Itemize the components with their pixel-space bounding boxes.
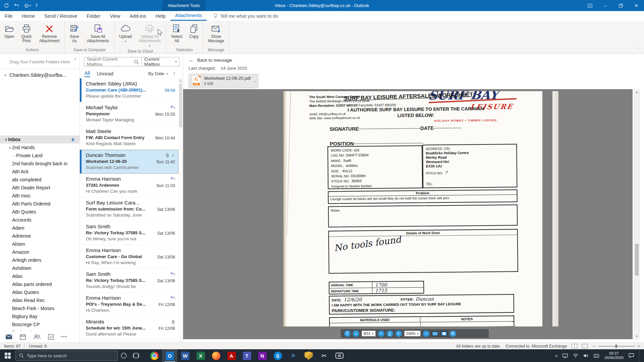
taskbar-app-defender[interactable] <box>301 349 316 362</box>
ribbon-display-options-icon[interactable] <box>582 0 598 11</box>
customize-qat-icon[interactable]: ▾ <box>36 4 37 7</box>
last-page-button[interactable]: ▼ <box>387 330 393 337</box>
show-message-button[interactable]: Show Message <box>205 22 227 44</box>
account-root[interactable]: ∨ Charleen.Sibley@surfba... <box>0 69 79 80</box>
ribbon-tab-help[interactable]: Help <box>151 11 170 21</box>
sidebar-folder-beach-park-moses[interactable]: Beach Park - Moses <box>0 304 79 312</box>
zoom-in-button[interactable]: + <box>395 330 402 337</box>
sidebar-folder-inbox[interactable]: ∨Inbox6 <box>0 135 79 143</box>
volume-tray-icon[interactable] <box>583 354 589 358</box>
sidebar-folder-abi-completed[interactable]: abi completed <box>0 176 79 184</box>
sidebar-folder-2nd-hands[interactable]: ∨2nd Hands <box>0 143 79 152</box>
email-item[interactable]: MirandaSchedule for w/c 15th June...Good… <box>80 316 178 340</box>
first-page-button[interactable]: ▲ <box>344 330 351 337</box>
minimize-button[interactable]: – <box>598 0 613 11</box>
sort-direction-icon[interactable]: ↑ <box>173 71 175 76</box>
back-to-message[interactable]: ← Back to message <box>183 54 644 63</box>
sidebar-folder-private-land[interactable]: ›Private Land <box>0 152 79 160</box>
remove-attachment-button[interactable]: Remove Attachment <box>36 22 63 44</box>
previous-page-button[interactable]: ▲ <box>353 330 359 337</box>
email-item[interactable]: Charleen Sibley (JIRA)Customer Care (ABI… <box>80 78 178 102</box>
fit-page-button[interactable] <box>441 331 447 336</box>
ribbon-tab-add-ins[interactable]: Add-ins <box>125 11 151 21</box>
taskbar-app-excel[interactable]: X <box>193 349 208 362</box>
taskbar-app-acrobat[interactable]: A <box>224 349 239 362</box>
reading-view-button[interactable] <box>582 344 588 348</box>
tell-me-box[interactable]: Tell me what you want to do <box>207 11 278 21</box>
save-all-attachments-button[interactable]: Save All Attachments <box>83 22 113 44</box>
page-number-box[interactable]: 8/11▾ <box>362 330 376 337</box>
quick-print-button[interactable]: Quick Print <box>17 22 36 44</box>
taskbar-app-snip[interactable]: ✂ <box>316 349 332 362</box>
preview-scrollbar[interactable]: ▲ ▼ <box>634 89 640 339</box>
zoom-level-box[interactable]: 100%▾ <box>404 330 421 337</box>
undo-icon[interactable] <box>14 3 19 8</box>
chevron-down-icon[interactable]: ∨ <box>3 73 7 77</box>
taskbar-app-skype[interactable]: S <box>270 349 285 362</box>
chevron-right-icon[interactable]: › <box>12 154 16 158</box>
sidebar-folder-adam[interactable]: Adam <box>0 224 79 232</box>
context-tab-attachment-tools[interactable]: Attachment Tools <box>162 0 205 11</box>
ribbon-tab-send-receive[interactable]: Send / Receive <box>40 11 82 21</box>
sidebar-folder-boscrege-cp[interactable]: Boscrege CP <box>0 320 79 328</box>
attachment-options-icon[interactable]: ⌄ <box>254 79 256 83</box>
sidebar-folder-abi-dealer-report[interactable]: ABI Dealer Report <box>0 184 79 192</box>
sidebar-folder-abi-ack[interactable]: ABI Ack <box>0 168 79 176</box>
sidebar-folder-ashdown[interactable]: Ashdown <box>0 264 79 272</box>
people-module-icon[interactable] <box>33 334 41 340</box>
taskbar-app-onenote[interactable]: N <box>255 349 270 362</box>
notification-center-icon[interactable] <box>629 353 634 358</box>
scrollbar-thumb[interactable] <box>179 84 182 127</box>
ribbon-tab-attachments[interactable]: Attachments <box>170 11 207 21</box>
search-scope-dropdown[interactable]: Current Mailbox ▾ <box>142 57 179 66</box>
email-list-scrollbar[interactable]: ▲ <box>178 78 183 343</box>
chevron-down-icon[interactable]: ∨ <box>8 145 12 150</box>
sidebar-folder-atlas-quotes[interactable]: Atlas Quotes <box>0 288 79 296</box>
select-all-button[interactable]: Select All <box>167 22 186 44</box>
sidebar-folder-atlas-read-rec[interactable]: Atlas Read Rec <box>0 296 79 304</box>
sidebar-folder-2nd-hands-brought-back-in[interactable]: 2nd hands brought back in <box>0 160 79 168</box>
zoom-out-icon[interactable]: ─ <box>592 344 595 349</box>
sidebar-folder-amazon[interactable]: Amazon <box>0 248 79 256</box>
filter-unread-tab[interactable]: Unread <box>97 71 113 76</box>
zoom-slider-thumb[interactable] <box>615 345 617 348</box>
email-item[interactable]: Emma HarrisonCustomer Care - Go GlobalHi… <box>80 245 178 269</box>
find-button[interactable] <box>450 330 456 337</box>
email-item[interactable]: Surf Bay Leisure Cara...Form submission … <box>80 197 178 221</box>
ribbon-tab-folder[interactable]: Folder <box>82 11 105 21</box>
scroll-up-icon[interactable]: ▲ <box>178 78 183 83</box>
email-item[interactable]: Duncan ThomsonWorksheet 12-06-20Scanned … <box>80 150 178 174</box>
keyboard-tray-icon[interactable] <box>594 354 599 358</box>
email-item[interactable]: Sam SmithRe: Victory Torbay 37585 S...Oh… <box>80 221 178 245</box>
taskbar-app-edge[interactable]: > <box>285 349 301 362</box>
touch-mode-icon[interactable]: ▾ <box>24 3 31 8</box>
start-button[interactable] <box>0 349 15 362</box>
sidebar-folder-alston[interactable]: Alston <box>0 240 79 248</box>
taskbar-app-firefox[interactable] <box>208 349 224 362</box>
ribbon-tab-view[interactable]: View <box>105 11 125 21</box>
display-tray-icon[interactable] <box>562 354 568 358</box>
collapse-ribbon-icon[interactable]: ⌃ <box>636 47 639 51</box>
fit-width-button[interactable] <box>432 331 438 336</box>
zoom-in-icon[interactable]: + <box>638 344 640 349</box>
upload-button[interactable]: Upload ▾ <box>116 22 135 45</box>
mail-module-icon[interactable] <box>5 334 12 340</box>
sidebar-folder-bigbury-bay[interactable]: Bigbury Bay <box>0 312 79 320</box>
email-item[interactable]: Sam SmithRe: Victory Torbay 37585 S...So… <box>80 269 178 293</box>
scroll-up-icon[interactable]: ▲ <box>634 89 639 95</box>
tasks-module-icon[interactable] <box>48 334 54 340</box>
hidden-icons-chevron[interactable]: ∧ <box>555 354 557 358</box>
sidebar-folder-abi-parts-ordered[interactable]: ABI Parts Ordered <box>0 200 79 208</box>
sidebar-folder-accounts[interactable]: Accounts <box>0 216 79 224</box>
chevron-down-icon[interactable]: ∨ <box>4 137 8 142</box>
email-item[interactable]: Emma HarrisonPOI's - Treyarnon Bay & De.… <box>80 293 178 316</box>
taskbar-app-teams[interactable]: T <box>239 349 255 362</box>
collapse-folder-pane-icon[interactable]: ‹ <box>74 56 76 61</box>
copy-button[interactable]: Copy <box>186 22 202 40</box>
send-receive-icon[interactable] <box>4 3 9 8</box>
ribbon-tab-home[interactable]: Home <box>17 11 40 21</box>
attachment-pill[interactable]: GPDF Worksheet 12-06-20.pdf 4 MB ⌄ <box>189 74 258 88</box>
taskbar-app-outlook[interactable]: O <box>162 349 177 362</box>
filter-all-tab[interactable]: All <box>85 70 90 77</box>
next-page-button[interactable]: ▼ <box>378 330 384 337</box>
